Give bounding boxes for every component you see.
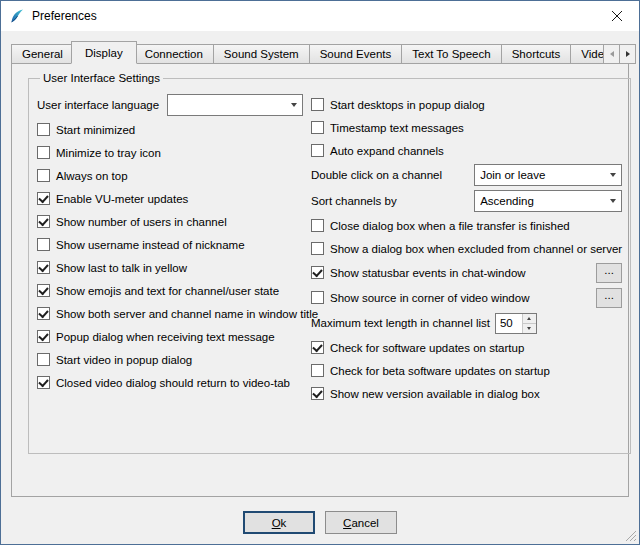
check-row-start-desktops-in-popup-dialog[interactable]: Start desktops in popup dialog <box>311 93 622 116</box>
check-row-always-on-top[interactable]: Always on top <box>37 164 303 187</box>
cancel-button[interactable]: Cancel <box>325 511 397 534</box>
close-icon <box>612 11 622 21</box>
tab-display[interactable]: Display <box>71 41 137 64</box>
video-source-checkbox[interactable] <box>311 291 324 304</box>
check-row-start-minimized[interactable]: Start minimized <box>37 118 303 141</box>
sort-channels-combobox[interactable]: Ascending <box>474 190 622 212</box>
video-source-more-button[interactable]: ... <box>596 288 622 308</box>
tab-sound-events[interactable]: Sound Events <box>309 44 403 64</box>
sort-channels-label: Sort channels by <box>311 195 397 207</box>
ok-button[interactable]: Ok <box>243 511 315 534</box>
check-row-check-for-software-updates-on-startup[interactable]: Check for software updates on startup <box>311 336 622 359</box>
check-row-show-new-version-available-in-dialog-box[interactable]: Show new version available in dialog box <box>311 382 622 405</box>
dialog-buttons: Ok Cancel <box>1 511 639 534</box>
checkbox-label: Always on top <box>56 170 128 182</box>
video-source-row[interactable]: Show source in corner of video window ..… <box>311 285 622 310</box>
checkbox-label: Show new version available in dialog box <box>330 388 540 400</box>
tab-scroll-right-button[interactable] <box>619 44 636 64</box>
check-row-show-number-of-users-in-channel[interactable]: Show number of users in channel <box>37 210 303 233</box>
tab-shortcuts[interactable]: Shortcuts <box>501 44 572 64</box>
checkbox[interactable] <box>37 353 50 366</box>
checkbox[interactable] <box>37 215 50 228</box>
checkbox-label: Timestamp text messages <box>330 122 464 134</box>
checkbox-label: Show source in corner of video window <box>330 292 529 304</box>
language-combobox[interactable] <box>167 94 303 116</box>
close-button[interactable] <box>594 1 639 31</box>
checkbox-label: Show both server and channel name in win… <box>56 308 318 320</box>
checkbox[interactable] <box>311 364 324 377</box>
chevron-down-icon <box>604 165 621 185</box>
checkbox[interactable] <box>37 307 50 320</box>
tab-bar: GeneralDisplayConnectionSound SystemSoun… <box>11 41 639 64</box>
checkbox[interactable] <box>311 144 324 157</box>
check-row-timestamp-text-messages[interactable]: Timestamp text messages <box>311 116 622 139</box>
tab-connection[interactable]: Connection <box>134 44 214 64</box>
chevron-down-icon <box>285 95 302 115</box>
checkbox[interactable] <box>311 242 324 255</box>
check-row-show-emojis-and-text-for-channel-user-state[interactable]: Show emojis and text for channel/user st… <box>37 279 303 302</box>
checkbox[interactable] <box>37 330 50 343</box>
check-row-auto-expand-channels[interactable]: Auto expand channels <box>311 139 622 162</box>
tab-scrollers <box>604 44 636 64</box>
double-click-row: Double click on a channel Join or leave <box>311 162 622 188</box>
check-row-enable-vu-meter-updates[interactable]: Enable VU-meter updates <box>37 187 303 210</box>
tab-text-to-speech[interactable]: Text To Speech <box>401 44 501 64</box>
tab-scroll-left-icon <box>610 51 614 57</box>
check-row-closed-video-dialog-should-return-to-video-tab[interactable]: Closed video dialog should return to vid… <box>37 371 303 394</box>
spin-up-icon <box>527 317 531 320</box>
checkbox[interactable] <box>37 284 50 297</box>
language-label: User interface language <box>37 99 159 111</box>
language-row: User interface language <box>37 92 303 118</box>
check-row-show-username-instead-of-nickname[interactable]: Show username instead of nickname <box>37 233 303 256</box>
check-row-start-video-in-popup-dialog[interactable]: Start video in popup dialog <box>37 348 303 371</box>
max-text-length-spinner[interactable]: 50 <box>495 313 537 334</box>
ok-button-label: Ok <box>272 517 287 529</box>
spin-down-icon <box>527 327 531 330</box>
check-row-show-a-dialog-box-when-excluded-from-channel-or-server[interactable]: Show a dialog box when excluded from cha… <box>311 237 622 260</box>
checkbox[interactable] <box>311 121 324 134</box>
checkbox-label: Show number of users in channel <box>56 216 227 228</box>
spin-down-button[interactable] <box>523 324 536 333</box>
tab-general[interactable]: General <box>11 44 74 64</box>
sort-channels-row: Sort channels by Ascending <box>311 188 622 214</box>
checkbox[interactable] <box>37 169 50 182</box>
statusbar-events-checkbox[interactable] <box>311 266 324 279</box>
check-row-show-last-to-talk-in-yellow[interactable]: Show last to talk in yellow <box>37 256 303 279</box>
statusbar-events-row[interactable]: Show statusbar events in chat-window ... <box>311 260 622 285</box>
spin-up-button[interactable] <box>523 314 536 324</box>
checkbox-label: Popup dialog when receiving text message <box>56 331 275 343</box>
checkbox[interactable] <box>311 219 324 232</box>
left-column: User interface language Start minimizedM… <box>37 92 303 405</box>
statusbar-events-more-button[interactable]: ... <box>596 263 622 283</box>
checkbox[interactable] <box>37 192 50 205</box>
checkbox[interactable] <box>37 261 50 274</box>
checkbox[interactable] <box>37 146 50 159</box>
checkbox-label: Start video in popup dialog <box>56 354 192 366</box>
checkbox-label: Show last to talk in yellow <box>56 262 187 274</box>
spinner-value: 50 <box>496 314 522 333</box>
resize-grip[interactable] <box>624 529 637 542</box>
checkbox-label: Show statusbar events in chat-window <box>330 267 526 279</box>
tab-sound-system[interactable]: Sound System <box>213 44 310 64</box>
check-row-check-for-beta-software-updates-on-startup[interactable]: Check for beta software updates on start… <box>311 359 622 382</box>
tab-scroll-left-button[interactable] <box>603 44 620 64</box>
double-click-label: Double click on a channel <box>311 169 442 181</box>
checkbox[interactable] <box>37 376 50 389</box>
checkbox-label: Start minimized <box>56 124 135 136</box>
check-row-popup-dialog-when-receiving-text-message[interactable]: Popup dialog when receiving text message <box>37 325 303 348</box>
checkbox[interactable] <box>37 123 50 136</box>
checkbox[interactable] <box>311 387 324 400</box>
checkbox[interactable] <box>37 238 50 251</box>
checkbox-label: Minimize to tray icon <box>56 147 161 159</box>
checkbox[interactable] <box>311 98 324 111</box>
check-row-minimize-to-tray-icon[interactable]: Minimize to tray icon <box>37 141 303 164</box>
checkbox-label: Closed video dialog should return to vid… <box>56 377 290 389</box>
titlebar: Preferences <box>1 1 639 31</box>
check-row-close-dialog-box-when-a-file-transfer-is-finished[interactable]: Close dialog box when a file transfer is… <box>311 214 622 237</box>
checkbox-label: Auto expand channels <box>330 145 444 157</box>
double-click-combobox[interactable]: Join or leave <box>474 164 622 186</box>
groupbox-title: User Interface Settings <box>40 72 163 84</box>
checkbox[interactable] <box>311 341 324 354</box>
tab-scroll-right-icon <box>626 51 630 57</box>
check-row-show-both-server-and-channel-name-in-window-title[interactable]: Show both server and channel name in win… <box>37 302 303 325</box>
